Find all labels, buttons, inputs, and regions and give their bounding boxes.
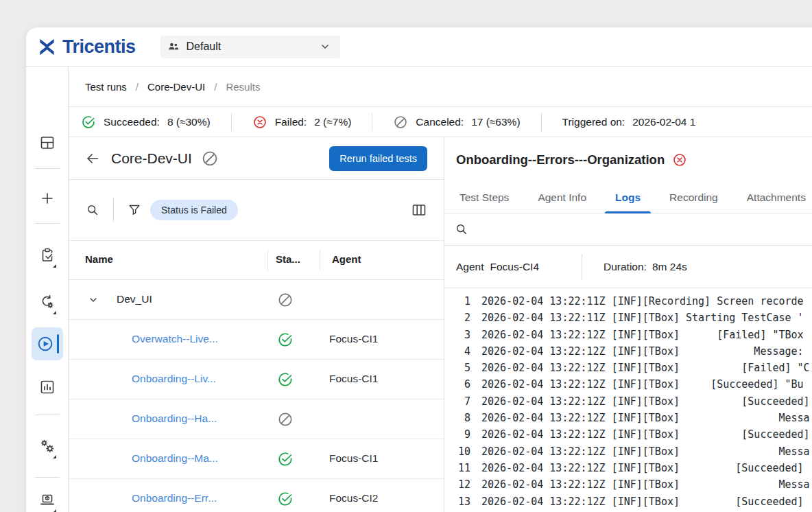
status-canceled-icon — [277, 292, 294, 308]
log-line: 22026-02-04 13:22:11Z [INF][TBox] Starti… — [454, 310, 812, 326]
test-case-link[interactable]: Onboarding--Err... — [132, 492, 217, 504]
main-content: Test runs / Core-Dev-UI / Results Succee… — [69, 67, 812, 512]
back-arrow-icon[interactable] — [85, 151, 100, 166]
summary-succeeded: Succeeded: 8 (≈30%) — [81, 115, 211, 130]
log-line: 112026-02-04 13:22:12Z [INF][TBox] [Succ… — [454, 460, 812, 476]
filter-icon[interactable] — [127, 202, 142, 218]
table-row-group[interactable]: Dev_UI — [69, 280, 444, 320]
dashboard-icon — [39, 135, 56, 151]
table-row[interactable]: Onboarding--Ma... Focus-CI1 — [69, 439, 444, 479]
test-case-link[interactable]: Onboarding--Ha... — [132, 412, 217, 425]
meta-divider — [582, 254, 582, 280]
test-case-title: Onboarding--Errors---Organization — [456, 152, 665, 167]
breadcrumb-test-runs[interactable]: Test runs — [85, 81, 127, 93]
sidebar-item-test-cases[interactable] — [34, 242, 61, 269]
agent-cell: Focus-CI1 — [329, 452, 379, 465]
tab-test-steps[interactable]: Test Steps — [449, 182, 519, 213]
tab-attachments[interactable]: Attachments — [737, 182, 812, 213]
test-detail-panel: Onboarding--Errors---Organization Test S… — [444, 137, 812, 512]
summary-triggered-label: Triggered on: — [562, 116, 625, 128]
breadcrumb-run-name[interactable]: Core-Dev-UI — [147, 81, 205, 93]
workspace-selector[interactable]: Default — [160, 36, 340, 58]
chevron-down-icon[interactable] — [88, 294, 99, 305]
search-icon — [454, 222, 469, 237]
sidebar-item-dashboard[interactable] — [34, 129, 61, 156]
table-row[interactable]: Onboarding--Liv... Focus-CI1 — [69, 360, 444, 399]
failed-icon — [252, 115, 267, 130]
run-panel-header: Core-Dev-UI Rerun failed tests — [69, 137, 444, 180]
canceled-icon — [393, 115, 408, 130]
summary-divider — [231, 113, 232, 131]
status-succeeded-icon — [277, 371, 294, 388]
sidebar-divider — [35, 223, 60, 224]
summary-divider — [541, 113, 542, 131]
workspace-label: Default — [187, 40, 320, 53]
log-line: 12026-02-04 13:22:11Z [INF][Recording] S… — [454, 293, 812, 310]
agent-cell: Focus-CI1 — [329, 333, 379, 345]
filter-toolbar: Status is Failed — [69, 180, 444, 241]
columns-icon[interactable] — [411, 202, 427, 218]
test-case-link[interactable]: Onboarding--Ma... — [132, 452, 218, 465]
status-succeeded-icon — [277, 331, 294, 348]
agent-label: Agent — [456, 261, 484, 273]
run-title: Core-Dev-UI — [111, 150, 192, 167]
detail-header: Onboarding--Errors---Organization — [444, 137, 812, 182]
summary-canceled-value: 17 (≈63%) — [471, 116, 520, 128]
summary-triggered: Triggered on: 2026-02-04 1 — [562, 116, 696, 128]
tab-logs[interactable]: Logs — [605, 182, 651, 213]
log-line: 72026-02-04 13:22:12Z [INF][TBox] [Succe… — [454, 393, 812, 410]
agent-value: Focus-CI4 — [490, 261, 540, 273]
filter-chip-status-failed[interactable]: Status is Failed — [150, 200, 238, 220]
summary-divider — [372, 113, 372, 131]
log-line: 92026-02-04 13:22:12Z [INF][TBox] [Succe… — [454, 426, 812, 443]
content-panels: Core-Dev-UI Rerun failed tests S — [69, 137, 812, 512]
status-succeeded-icon — [277, 451, 294, 467]
column-header-name[interactable]: Name — [85, 253, 113, 265]
detail-tabs: Test Steps Agent Info Logs Recording Att… — [444, 182, 812, 213]
test-case-link[interactable]: Onboarding--Liv... — [132, 373, 216, 385]
log-line: 82026-02-04 13:22:12Z [INF][TBox] Messa — [454, 410, 812, 426]
team-icon — [167, 40, 180, 53]
summary-canceled: Canceled: 17 (≈63%) — [393, 115, 520, 130]
table-row[interactable]: Overwatch--Live... Focus-CI1 — [69, 320, 444, 360]
test-case-link[interactable]: Overwatch--Live... — [132, 333, 218, 345]
chevron-down-icon — [320, 41, 331, 52]
agent-cell: Focus-CI2 — [329, 492, 379, 504]
brand-logo: Tricentis — [38, 36, 136, 58]
sidebar-item-settings[interactable] — [34, 432, 61, 460]
sidebar-item-automation-setup[interactable] — [34, 288, 61, 316]
search-icon[interactable] — [85, 202, 100, 218]
clipboard-check-icon — [39, 247, 56, 264]
column-header-agent[interactable]: Agent — [332, 253, 361, 265]
table-row[interactable]: Onboarding--Err... Focus-CI2 — [69, 479, 444, 512]
breadcrumb-results: Results — [226, 81, 260, 93]
log-meta-bar: Agent Focus-CI4 Duration: 8m 24s — [444, 246, 812, 288]
flyout-indicator — [53, 455, 56, 458]
status-succeeded-icon — [277, 491, 294, 507]
toolbar-divider — [113, 198, 114, 222]
log-line: 132026-02-04 13:22:12Z [INF][TBox] [Succ… — [454, 493, 812, 510]
sidebar-item-test-runs[interactable] — [32, 327, 63, 360]
sidebar-item-agents[interactable] — [34, 487, 61, 512]
summary-succeeded-value: 8 (≈30%) — [167, 116, 211, 128]
sidebar-item-create-new[interactable] — [34, 185, 61, 212]
rerun-failed-tests-button[interactable]: Rerun failed tests — [329, 146, 427, 171]
logs-search[interactable] — [444, 213, 812, 246]
flyout-indicator — [53, 264, 56, 268]
sidebar-item-reports[interactable] — [34, 373, 61, 401]
column-header-status[interactable]: Sta... — [276, 253, 300, 265]
play-circle-icon — [36, 335, 54, 353]
table-header: Name Sta... Agent — [69, 241, 444, 280]
breadcrumb: Test runs / Core-Dev-UI / Results — [69, 67, 812, 106]
test-run-panel: Core-Dev-UI Rerun failed tests S — [69, 137, 444, 512]
tab-agent-info[interactable]: Agent Info — [527, 182, 597, 213]
breadcrumb-separator: / — [214, 81, 217, 93]
duration-value: 8m 24s — [652, 261, 687, 273]
duration-label: Duration: — [604, 261, 647, 273]
test-group-name: Dev_UI — [117, 293, 152, 305]
sidebar-divider — [35, 477, 60, 478]
summary-failed-value: 2 (≈7%) — [314, 116, 351, 128]
log-viewer: 12026-02-04 13:22:11Z [INF][Recording] S… — [444, 288, 812, 512]
tab-recording[interactable]: Recording — [659, 182, 728, 213]
table-row[interactable]: Onboarding--Ha... — [69, 399, 444, 439]
